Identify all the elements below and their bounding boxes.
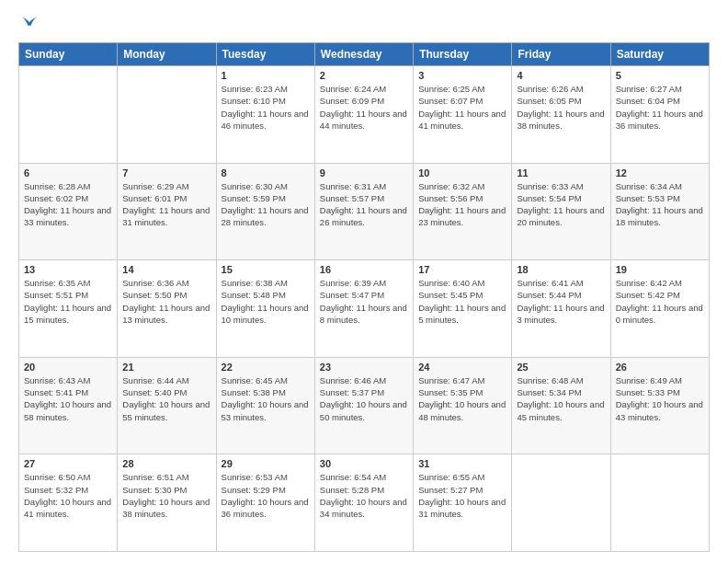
day-info: Sunrise: 6:43 AMSunset: 5:41 PMDaylight:… xyxy=(24,374,112,423)
day-number: 27 xyxy=(24,458,112,469)
day-number: 15 xyxy=(222,264,310,275)
calendar-day-cell: 22Sunrise: 6:45 AMSunset: 5:38 PMDayligh… xyxy=(216,357,314,454)
logo xyxy=(18,15,39,33)
calendar-day-cell: 21Sunrise: 6:44 AMSunset: 5:40 PMDayligh… xyxy=(118,357,216,454)
calendar-day-cell: 11Sunrise: 6:33 AMSunset: 5:54 PMDayligh… xyxy=(512,163,610,260)
day-number: 21 xyxy=(122,362,210,373)
day-info: Sunrise: 6:30 AMSunset: 5:59 PMDaylight:… xyxy=(222,180,310,229)
calendar-table: SundayMondayTuesdayWednesdayThursdayFrid… xyxy=(18,42,710,552)
day-info: Sunrise: 6:29 AMSunset: 6:01 PMDaylight:… xyxy=(122,180,210,229)
calendar-day-cell: 13Sunrise: 6:35 AMSunset: 5:51 PMDayligh… xyxy=(19,260,118,358)
day-number: 13 xyxy=(24,264,112,275)
day-number: 20 xyxy=(24,362,112,373)
day-info: Sunrise: 6:38 AMSunset: 5:48 PMDaylight:… xyxy=(222,277,310,326)
day-info: Sunrise: 6:33 AMSunset: 5:54 PMDaylight:… xyxy=(517,180,605,229)
day-number: 25 xyxy=(517,362,605,373)
calendar-day-cell xyxy=(610,454,709,552)
day-number: 22 xyxy=(222,362,310,373)
day-number: 8 xyxy=(222,167,310,178)
calendar-day-cell: 17Sunrise: 6:40 AMSunset: 5:45 PMDayligh… xyxy=(414,260,512,358)
calendar-day-cell xyxy=(19,66,118,164)
day-info: Sunrise: 6:27 AMSunset: 6:04 PMDaylight:… xyxy=(616,83,704,132)
day-info: Sunrise: 6:45 AMSunset: 5:38 PMDaylight:… xyxy=(222,374,310,423)
day-info: Sunrise: 6:23 AMSunset: 6:10 PMDaylight:… xyxy=(222,83,310,132)
day-number: 10 xyxy=(418,167,506,178)
day-info: Sunrise: 6:50 AMSunset: 5:32 PMDaylight:… xyxy=(24,471,112,520)
day-info: Sunrise: 6:53 AMSunset: 5:29 PMDaylight:… xyxy=(222,471,310,520)
day-info: Sunrise: 6:24 AMSunset: 6:09 PMDaylight:… xyxy=(320,83,408,132)
day-number: 19 xyxy=(616,264,704,275)
day-number: 11 xyxy=(517,167,605,178)
calendar-day-cell: 6Sunrise: 6:28 AMSunset: 6:02 PMDaylight… xyxy=(19,163,118,260)
day-number: 6 xyxy=(24,167,112,178)
day-info: Sunrise: 6:42 AMSunset: 5:42 PMDaylight:… xyxy=(616,277,704,326)
weekday-header: Saturday xyxy=(610,43,709,66)
day-number: 14 xyxy=(122,264,210,275)
day-info: Sunrise: 6:28 AMSunset: 6:02 PMDaylight:… xyxy=(24,180,112,229)
calendar-day-cell: 15Sunrise: 6:38 AMSunset: 5:48 PMDayligh… xyxy=(216,260,314,358)
calendar-day-cell: 23Sunrise: 6:46 AMSunset: 5:37 PMDayligh… xyxy=(314,357,413,454)
calendar-week-row: 20Sunrise: 6:43 AMSunset: 5:41 PMDayligh… xyxy=(19,357,710,454)
calendar-day-cell: 29Sunrise: 6:53 AMSunset: 5:29 PMDayligh… xyxy=(216,454,314,552)
calendar-day-cell: 25Sunrise: 6:48 AMSunset: 5:34 PMDayligh… xyxy=(512,357,610,454)
calendar-day-cell: 4Sunrise: 6:26 AMSunset: 6:05 PMDaylight… xyxy=(512,66,610,164)
calendar-day-cell: 24Sunrise: 6:47 AMSunset: 5:35 PMDayligh… xyxy=(414,357,512,454)
weekday-header: Monday xyxy=(118,43,216,66)
day-number: 4 xyxy=(517,70,605,81)
day-number: 26 xyxy=(616,362,704,373)
day-info: Sunrise: 6:34 AMSunset: 5:53 PMDaylight:… xyxy=(616,180,704,229)
calendar-day-cell: 8Sunrise: 6:30 AMSunset: 5:59 PMDaylight… xyxy=(216,163,314,260)
day-info: Sunrise: 6:35 AMSunset: 5:51 PMDaylight:… xyxy=(24,277,112,326)
calendar-day-cell: 9Sunrise: 6:31 AMSunset: 5:57 PMDaylight… xyxy=(314,163,413,260)
calendar-day-cell: 28Sunrise: 6:51 AMSunset: 5:30 PMDayligh… xyxy=(118,454,216,552)
calendar-day-cell xyxy=(118,66,216,164)
calendar-day-cell: 26Sunrise: 6:49 AMSunset: 5:33 PMDayligh… xyxy=(610,357,709,454)
calendar-day-cell: 10Sunrise: 6:32 AMSunset: 5:56 PMDayligh… xyxy=(414,163,512,260)
day-info: Sunrise: 6:46 AMSunset: 5:37 PMDaylight:… xyxy=(320,374,408,423)
calendar-day-cell: 16Sunrise: 6:39 AMSunset: 5:47 PMDayligh… xyxy=(314,260,413,358)
day-number: 18 xyxy=(517,264,605,275)
calendar-day-cell: 27Sunrise: 6:50 AMSunset: 5:32 PMDayligh… xyxy=(19,454,118,552)
day-info: Sunrise: 6:40 AMSunset: 5:45 PMDaylight:… xyxy=(418,277,506,326)
calendar-day-cell: 7Sunrise: 6:29 AMSunset: 6:01 PMDaylight… xyxy=(118,163,216,260)
day-number: 30 xyxy=(320,458,408,469)
calendar-week-row: 6Sunrise: 6:28 AMSunset: 6:02 PMDaylight… xyxy=(19,163,710,260)
day-info: Sunrise: 6:51 AMSunset: 5:30 PMDaylight:… xyxy=(122,471,210,520)
calendar-day-cell xyxy=(512,454,610,552)
calendar-day-cell: 19Sunrise: 6:42 AMSunset: 5:42 PMDayligh… xyxy=(610,260,709,358)
day-number: 1 xyxy=(222,70,310,81)
page: SundayMondayTuesdayWednesdayThursdayFrid… xyxy=(0,0,728,563)
calendar-day-cell: 18Sunrise: 6:41 AMSunset: 5:44 PMDayligh… xyxy=(512,260,610,358)
day-info: Sunrise: 6:48 AMSunset: 5:34 PMDaylight:… xyxy=(517,374,605,423)
calendar-day-cell: 3Sunrise: 6:25 AMSunset: 6:07 PMDaylight… xyxy=(414,66,512,164)
calendar-day-cell: 2Sunrise: 6:24 AMSunset: 6:09 PMDaylight… xyxy=(314,66,413,164)
day-number: 7 xyxy=(122,167,210,178)
calendar-day-cell: 5Sunrise: 6:27 AMSunset: 6:04 PMDaylight… xyxy=(610,66,709,164)
header xyxy=(18,15,710,33)
day-info: Sunrise: 6:47 AMSunset: 5:35 PMDaylight:… xyxy=(418,374,506,423)
day-info: Sunrise: 6:55 AMSunset: 5:27 PMDaylight:… xyxy=(418,471,506,520)
day-info: Sunrise: 6:32 AMSunset: 5:56 PMDaylight:… xyxy=(418,180,506,229)
calendar-day-cell: 12Sunrise: 6:34 AMSunset: 5:53 PMDayligh… xyxy=(610,163,709,260)
day-info: Sunrise: 6:36 AMSunset: 5:50 PMDaylight:… xyxy=(122,277,210,326)
day-number: 23 xyxy=(320,362,408,373)
weekday-header: Wednesday xyxy=(314,43,413,66)
calendar-header-row: SundayMondayTuesdayWednesdayThursdayFrid… xyxy=(19,43,710,66)
day-info: Sunrise: 6:49 AMSunset: 5:33 PMDaylight:… xyxy=(616,374,704,423)
day-info: Sunrise: 6:54 AMSunset: 5:28 PMDaylight:… xyxy=(320,471,408,520)
day-number: 29 xyxy=(222,458,310,469)
day-number: 31 xyxy=(418,458,506,469)
weekday-header: Friday xyxy=(512,43,610,66)
calendar-day-cell: 20Sunrise: 6:43 AMSunset: 5:41 PMDayligh… xyxy=(19,357,118,454)
day-number: 28 xyxy=(122,458,210,469)
weekday-header: Sunday xyxy=(19,43,118,66)
calendar-day-cell: 31Sunrise: 6:55 AMSunset: 5:27 PMDayligh… xyxy=(414,454,512,552)
day-number: 24 xyxy=(418,362,506,373)
day-number: 17 xyxy=(418,264,506,275)
logo-bird-icon xyxy=(20,15,39,33)
day-info: Sunrise: 6:31 AMSunset: 5:57 PMDaylight:… xyxy=(320,180,408,229)
day-number: 9 xyxy=(320,167,408,178)
day-number: 16 xyxy=(320,264,408,275)
day-info: Sunrise: 6:44 AMSunset: 5:40 PMDaylight:… xyxy=(122,374,210,423)
day-number: 12 xyxy=(616,167,704,178)
